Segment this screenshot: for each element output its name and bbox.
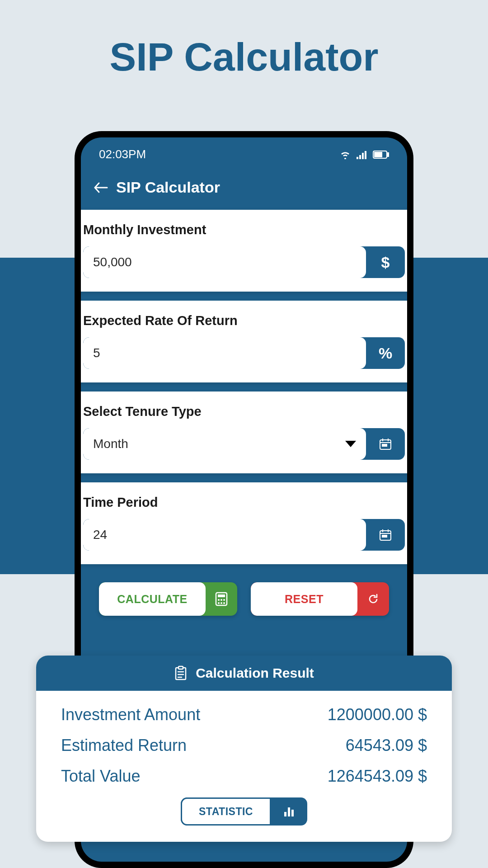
chevron-down-icon [345,441,356,447]
back-arrow-icon[interactable] [94,181,108,194]
input-rate-of-return[interactable] [83,337,366,369]
input-row-time-period [83,519,405,551]
calculator-icon [206,592,237,606]
statistic-button-label: STATISTIC [181,797,271,826]
currency-suffix-icon: $ [366,246,405,278]
result-value-total: 1264543.09 $ [328,767,427,786]
svg-rect-0 [357,157,358,159]
result-title: Calculation Result [196,665,314,681]
bar-chart-icon [271,797,307,826]
wifi-icon [339,150,351,159]
app-header-title: SIP Calculator [116,179,220,196]
svg-rect-8 [382,444,384,446]
action-row: CALCULATE RESET [81,573,407,616]
svg-point-20 [223,602,225,604]
result-label-return: Estimated Return [61,736,187,755]
select-tenure-value: Month [93,437,128,451]
status-time: 02:03PM [99,147,146,161]
svg-rect-25 [291,810,294,816]
result-value-return: 64543.09 $ [346,736,427,755]
input-row-monthly-investment: $ [83,246,405,278]
svg-rect-12 [385,535,387,537]
status-bar: 02:03PM [81,137,407,170]
result-row-return: Estimated Return 64543.09 $ [61,736,427,755]
signal-icon [357,150,367,159]
card-tenure-type: Select Tenure Type Month [81,392,407,473]
svg-rect-14 [218,594,225,597]
statistic-button[interactable]: STATISTIC [181,797,307,826]
input-monthly-investment[interactable] [83,246,366,278]
clipboard-icon [174,665,188,681]
calculate-button[interactable]: CALCULATE [99,582,237,616]
svg-point-18 [218,602,220,604]
battery-icon [373,151,389,159]
card-monthly-investment: Monthly Investment $ [81,210,407,292]
result-label-investment: Investment Amount [61,705,200,724]
svg-rect-9 [385,444,387,446]
select-tenure-type[interactable]: Month [83,428,366,460]
svg-rect-23 [284,812,286,816]
svg-rect-24 [288,807,290,816]
result-label-total: Total Value [61,767,140,786]
status-icons [339,150,389,159]
result-row-total: Total Value 1264543.09 $ [61,767,427,786]
label-monthly-investment: Monthly Investment [83,222,405,237]
reset-icon [357,593,389,605]
svg-rect-22 [178,666,183,669]
svg-rect-1 [359,155,361,159]
label-tenure-type: Select Tenure Type [83,404,405,419]
svg-point-16 [221,599,222,601]
result-value-investment: 1200000.00 $ [328,705,427,724]
svg-rect-5 [388,153,389,156]
svg-rect-11 [382,535,384,537]
label-time-period: Time Period [83,495,405,510]
page-title: SIP Calculator [0,34,488,80]
svg-point-15 [218,599,220,601]
result-header: Calculation Result [36,656,452,691]
result-panel: Calculation Result Investment Amount 120… [36,656,452,842]
svg-rect-2 [362,153,364,159]
percent-suffix-icon: % [366,337,405,369]
svg-point-17 [223,599,225,601]
reset-button-label: RESET [251,582,357,616]
input-row-tenure-type: Month [83,428,405,460]
calendar-icon[interactable] [366,428,405,460]
svg-point-19 [221,602,222,604]
card-time-period: Time Period [81,482,407,564]
calculate-button-label: CALCULATE [99,582,206,616]
app-header: SIP Calculator [81,170,407,210]
reset-button[interactable]: RESET [251,582,389,616]
card-rate-of-return: Expected Rate Of Return % [81,301,407,382]
svg-rect-6 [375,152,382,157]
svg-rect-3 [365,151,366,159]
result-row-investment: Investment Amount 1200000.00 $ [61,705,427,724]
input-time-period[interactable] [83,519,366,551]
calendar-icon[interactable] [366,519,405,551]
result-body: Investment Amount 1200000.00 $ Estimated… [36,691,452,842]
label-rate-of-return: Expected Rate Of Return [83,313,405,328]
input-row-rate-of-return: % [83,337,405,369]
